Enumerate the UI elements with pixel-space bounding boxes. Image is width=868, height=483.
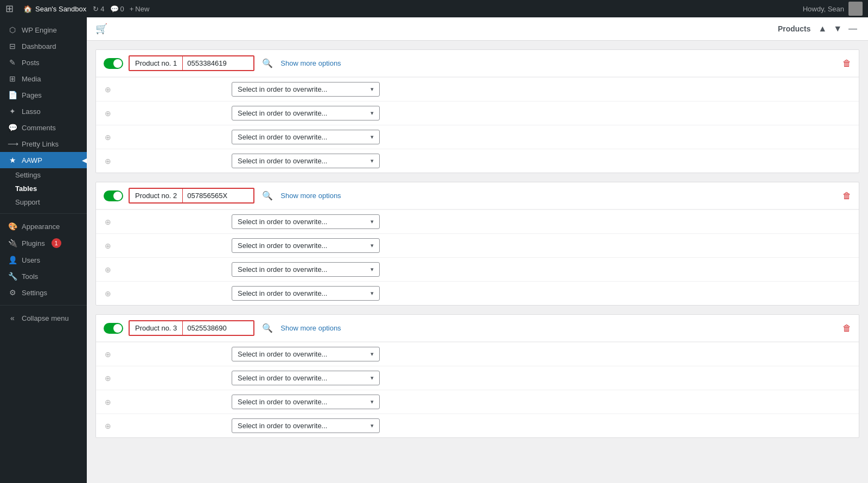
field-select[interactable]: Select in order to overwrite... ▾ — [232, 82, 380, 97]
comments-icon: 💬 — [8, 123, 17, 132]
field-select[interactable]: Select in order to overwrite... ▾ — [232, 214, 380, 229]
sidebar-sub-support[interactable]: Support — [0, 195, 87, 209]
sidebar-item-label: Appearance — [22, 223, 60, 231]
sidebar-item-appearance[interactable]: 🎨 Appearance — [0, 218, 87, 234]
product-2-toggle[interactable] — [104, 190, 123, 201]
product-2-field-1: ⊕ Select in order to overwrite... ▾ — [96, 209, 859, 233]
sidebar-item-label: Posts — [22, 59, 40, 67]
field-select[interactable]: Select in order to overwrite... ▾ — [232, 347, 380, 361]
drag-handle-icon[interactable]: ⊕ — [104, 218, 112, 226]
sidebar-item-wp-engine[interactable]: ⬡ WP Engine — [0, 22, 87, 38]
product-3-search-button[interactable]: 🔍 — [260, 323, 275, 333]
sidebar-item-label: Pretty Links — [22, 140, 59, 148]
cart-icon: 🛒 — [95, 23, 107, 35]
plugins-icon: 🔌 — [8, 239, 17, 247]
dashboard-icon: ⊟ — [8, 42, 17, 50]
product-1-field-4: ⊕ Select in order to overwrite... ▾ — [96, 149, 859, 173]
product-3-delete-button[interactable]: 🗑 — [843, 323, 851, 333]
close-block-button[interactable]: — — [846, 23, 859, 35]
drag-handle-icon[interactable]: ⊕ — [104, 289, 112, 298]
field-select[interactable]: Select in order to overwrite... ▾ — [232, 418, 380, 433]
product-1-toggle[interactable] — [104, 58, 123, 69]
drag-handle-icon[interactable]: ⊕ — [104, 109, 112, 118]
site-icon: 🏠 — [23, 5, 32, 13]
field-select[interactable]: Select in order to overwrite... ▾ — [232, 130, 380, 144]
sidebar-divider-2 — [0, 305, 87, 306]
move-down-button[interactable]: ▼ — [831, 23, 844, 35]
sidebar-item-tools[interactable]: 🔧 Tools — [0, 268, 87, 284]
sidebar-sub-settings[interactable]: Settings — [0, 168, 87, 182]
product-3-show-more-link[interactable]: Show more options — [280, 324, 341, 332]
wp-logo-icon: ⊞ — [5, 3, 14, 15]
sidebar-item-label: Comments — [22, 124, 56, 132]
field-select[interactable]: Select in order to overwrite... ▾ — [232, 262, 380, 277]
drag-handle-icon[interactable]: ⊕ — [104, 398, 112, 406]
product-2-label-input: Product no. 2 — [129, 188, 254, 204]
sidebar-sub-tables[interactable]: Tables — [0, 182, 87, 195]
chevron-down-icon: ▾ — [371, 398, 374, 405]
move-up-button[interactable]: ▲ — [816, 23, 829, 35]
field-select[interactable]: Select in order to overwrite... ▾ — [232, 154, 380, 168]
field-select-text: Select in order to overwrite... — [238, 157, 327, 165]
product-2-show-more-link[interactable]: Show more options — [280, 192, 341, 200]
media-icon: ⊞ — [8, 74, 17, 83]
sidebar-item-collapse[interactable]: « Collapse menu — [0, 310, 87, 326]
chevron-down-icon: ▾ — [371, 422, 374, 429]
drag-handle-icon[interactable]: ⊕ — [104, 374, 112, 383]
drag-handle-icon[interactable]: ⊕ — [104, 242, 112, 250]
plugins-badge: 1 — [52, 238, 61, 248]
drag-handle-icon[interactable]: ⊕ — [104, 350, 112, 359]
sidebar-item-pretty-links[interactable]: ⟶ Pretty Links — [0, 136, 87, 152]
sidebar-item-label: Plugins — [22, 239, 45, 247]
main-content: 🛒 Products ▲ ▼ — Product no. 1 🔍 Show mo… — [87, 17, 868, 483]
updates-action[interactable]: ↻ 4 — [93, 5, 104, 13]
comments-action[interactable]: 💬 0 — [110, 5, 124, 13]
sidebar-item-label: Dashboard — [22, 42, 56, 50]
sidebar-item-lasso[interactable]: ✦ Lasso — [0, 103, 87, 119]
sidebar-item-media[interactable]: ⊞ Media — [0, 71, 87, 87]
sidebar-item-plugins[interactable]: 🔌 Plugins 1 — [0, 234, 87, 252]
chevron-down-icon: ▾ — [371, 110, 374, 117]
field-select[interactable]: Select in order to overwrite... ▾ — [232, 286, 380, 301]
aawp-icon: ★ — [8, 156, 17, 164]
drag-handle-icon[interactable]: ⊕ — [104, 157, 112, 166]
site-name[interactable]: 🏠 Sean's Sandbox — [23, 5, 86, 13]
field-select[interactable]: Select in order to overwrite... ▾ — [232, 106, 380, 120]
product-2-search-button[interactable]: 🔍 — [260, 190, 275, 201]
sidebar-item-settings[interactable]: ⚙ Settings — [0, 284, 87, 301]
product-3-input[interactable] — [183, 321, 253, 335]
collapse-icon: « — [8, 314, 17, 322]
drag-handle-icon[interactable]: ⊕ — [104, 85, 112, 94]
sidebar-item-aawp[interactable]: ★ AAWP ◂ — [0, 152, 87, 168]
sidebar-item-comments[interactable]: 💬 Comments — [0, 119, 87, 136]
drag-handle-icon[interactable]: ⊕ — [104, 422, 112, 430]
appearance-icon: 🎨 — [8, 222, 17, 231]
product-1-show-more-link[interactable]: Show more options — [280, 59, 341, 67]
product-2-input[interactable] — [183, 189, 253, 202]
product-1-search-button[interactable]: 🔍 — [260, 58, 275, 68]
product-1-delete-button[interactable]: 🗑 — [843, 59, 851, 68]
chevron-down-icon: ▾ — [371, 351, 374, 358]
product-2-field-2: ⊕ Select in order to overwrite... ▾ — [96, 233, 859, 257]
field-select[interactable]: Select in order to overwrite... ▾ — [232, 238, 380, 253]
product-2-delete-button[interactable]: 🗑 — [843, 191, 851, 201]
new-action[interactable]: + New — [130, 5, 150, 13]
product-block-3: Product no. 3 🔍 Show more options 🗑 ⊕ Se… — [95, 314, 859, 438]
sidebar-item-posts[interactable]: ✎ Posts — [0, 54, 87, 71]
chevron-down-icon: ▾ — [371, 86, 374, 93]
field-select[interactable]: Select in order to overwrite... ▾ — [232, 395, 380, 409]
sidebar-item-users[interactable]: 👤 Users — [0, 252, 87, 268]
product-3-toggle[interactable] — [104, 323, 123, 334]
chevron-down-icon: ▾ — [371, 290, 374, 297]
wp-engine-icon: ⬡ — [8, 26, 17, 34]
drag-handle-icon[interactable]: ⊕ — [104, 133, 112, 142]
site-name-label: Sean's Sandbox — [35, 5, 86, 13]
product-1-label-input: Product no. 1 — [129, 55, 254, 71]
sidebar-item-dashboard[interactable]: ⊟ Dashboard — [0, 38, 87, 54]
sidebar: ⬡ WP Engine ⊟ Dashboard ✎ Posts ⊞ Media … — [0, 17, 87, 483]
field-select[interactable]: Select in order to overwrite... ▾ — [232, 371, 380, 385]
product-1-input[interactable] — [183, 56, 253, 70]
sidebar-item-pages[interactable]: 📄 Pages — [0, 87, 87, 103]
chevron-down-icon: ▾ — [371, 218, 374, 225]
drag-handle-icon[interactable]: ⊕ — [104, 265, 112, 274]
